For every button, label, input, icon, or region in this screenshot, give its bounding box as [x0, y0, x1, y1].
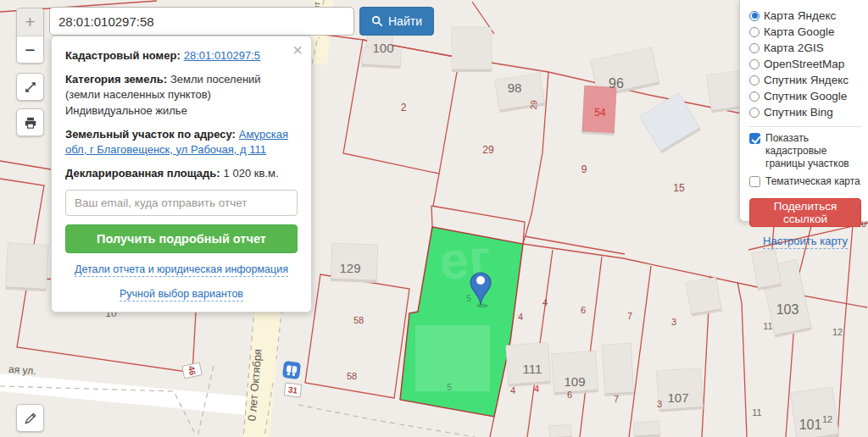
map-label: 12: [832, 327, 843, 337]
layer-option-google-sat[interactable]: Спутник Google: [749, 88, 861, 104]
map-label: 111: [523, 362, 542, 376]
report-details-link[interactable]: Детали отчета и юридическая информация: [65, 263, 298, 278]
area-label: Декларированная площадь:: [65, 167, 220, 180]
map-label: 6: [581, 305, 586, 315]
radio-icon: [749, 11, 760, 21]
map-label: 4: [518, 312, 523, 322]
radio-icon: [749, 27, 760, 37]
map-label: 12: [822, 414, 832, 424]
marker-shadow: [476, 303, 488, 307]
checkbox-icon: [749, 133, 760, 144]
zoom-in-button[interactable]: +: [17, 8, 43, 36]
layers-panel: Карта Яндекс Карта Google Карта 2GIS Ope…: [739, 0, 868, 222]
map-label: 7: [627, 311, 632, 321]
share-link-button[interactable]: Поделиться ссылкой: [749, 198, 861, 227]
map-label: 100: [372, 41, 393, 55]
map-label: 29: [529, 100, 539, 110]
map-label: 3: [657, 399, 662, 409]
printer-icon: [23, 115, 38, 130]
map-label: 109: [564, 374, 585, 389]
map-label: 11: [752, 407, 761, 418]
category-extra: Индивидуальное жилье: [65, 104, 187, 117]
layer-option-bing-sat[interactable]: Спутник Bing: [749, 104, 861, 120]
map-label: 5: [447, 383, 452, 392]
map-label: 6: [567, 390, 572, 400]
map-building: [549, 424, 572, 437]
category-label: Категория земель:: [65, 73, 167, 86]
house-number-plate-label: 31: [287, 384, 298, 395]
map-label: 2: [401, 102, 407, 113]
fullscreen-button[interactable]: [16, 73, 44, 101]
parcel-info-popup: × Кадастровый номер:28:01:010297:5 Катег…: [51, 36, 312, 313]
get-report-button[interactable]: Получить подробный отчет: [65, 224, 298, 253]
radio-icon: [749, 75, 760, 86]
map-label: 96: [609, 76, 624, 91]
layer-option-yandex-map[interactable]: Карта Яндекс: [749, 8, 861, 24]
map-building: [633, 421, 659, 436]
plus-icon: +: [25, 12, 35, 32]
location-marker-icon: [476, 276, 485, 285]
map-label: 107: [667, 390, 688, 405]
map-label: 9: [581, 163, 587, 175]
radio-icon: [749, 59, 760, 69]
expand-icon: [23, 80, 38, 95]
cadastral-label: Кадастровый номер:: [65, 49, 181, 62]
map-label: 98: [508, 80, 522, 95]
print-button[interactable]: [16, 108, 44, 136]
find-button-label: Найти: [388, 14, 422, 28]
email-field[interactable]: [65, 190, 298, 216]
map-label: 15: [673, 182, 685, 194]
address-label: Земельный участок по адресу:: [65, 128, 236, 141]
map-building: [603, 343, 634, 394]
map-label: 129: [339, 261, 360, 275]
thematic-map-checkbox[interactable]: Тематическая карта: [749, 175, 861, 188]
pencil-icon: [23, 411, 38, 426]
bus-stop-icon: [292, 366, 292, 373]
map-label: 5: [466, 294, 471, 303]
layer-option-osm[interactable]: OpenStreetMap: [749, 56, 861, 72]
map-building: [6, 243, 49, 289]
zoom-control: + −: [16, 8, 44, 64]
map-building: [706, 71, 743, 111]
find-button[interactable]: Найти: [359, 7, 434, 36]
map-label: 4: [542, 297, 548, 307]
map-label: 58: [347, 371, 357, 381]
map-label: ая ул.: [8, 363, 36, 377]
map-building-footprint: [415, 325, 490, 391]
map-label: 3: [671, 317, 676, 327]
cadastral-map-app: ег10029829965429915129585810554467311110…: [0, 0, 868, 437]
manual-select-link[interactable]: Ручной выбор вариантов: [65, 287, 298, 302]
radio-icon: [749, 91, 760, 102]
search-bar: [49, 7, 354, 36]
zoom-out-button[interactable]: −: [17, 36, 43, 64]
panel-divider: [749, 126, 861, 127]
close-icon[interactable]: ×: [292, 41, 303, 58]
minus-icon: −: [25, 40, 35, 60]
show-boundaries-checkbox[interactable]: Показать кадастровые границы участков: [749, 132, 861, 170]
map-label: 4: [534, 384, 539, 394]
configure-map-link[interactable]: Настроить карту: [749, 235, 861, 247]
area-value: 1 020 кв.м.: [224, 167, 279, 180]
map-label: 58: [353, 315, 364, 325]
layer-option-google-map[interactable]: Карта Google: [749, 24, 861, 40]
map-building: [686, 277, 721, 314]
map-label: 29: [482, 144, 494, 156]
map-label: 101: [799, 418, 822, 432]
map-label: 4: [510, 385, 515, 396]
search-icon: [371, 15, 383, 27]
measure-button[interactable]: [16, 404, 44, 432]
radio-icon: [749, 108, 760, 118]
checkbox-icon: [749, 176, 760, 187]
map-label: 7: [614, 394, 619, 404]
map-label: 103: [776, 302, 799, 317]
radio-icon: [749, 43, 760, 53]
cadastral-number-link[interactable]: 28:01:010297:5: [184, 49, 260, 62]
map-label: 11: [763, 321, 772, 331]
map-label: 54: [594, 107, 606, 119]
map-building: [452, 27, 492, 69]
layer-option-2gis-map[interactable]: Карта 2GIS: [749, 40, 861, 56]
layer-option-yandex-sat[interactable]: Спутник Яндекс: [749, 72, 861, 88]
search-input[interactable]: [49, 7, 354, 36]
